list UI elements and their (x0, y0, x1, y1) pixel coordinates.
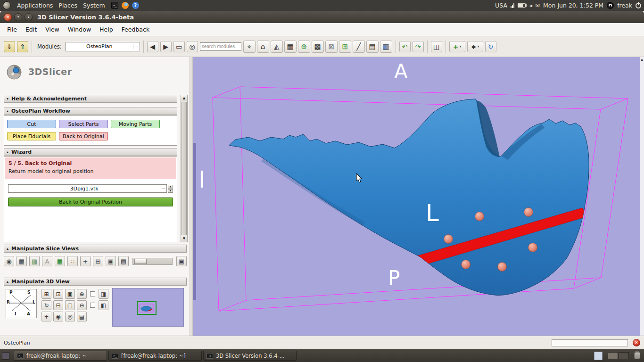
orientation-axes-widget[interactable]: P S R L I A (6, 289, 37, 318)
fiducial-marker[interactable] (498, 263, 507, 272)
select-parts-button[interactable]: Select Parts (59, 120, 108, 128)
home-module-icon[interactable]: ⌂ (257, 41, 269, 53)
window-titlebar[interactable]: × ▾ ▴ 3D Slicer Version 3.6.4-beta (0, 11, 644, 23)
scrollbar-thumb[interactable] (182, 102, 187, 235)
fiducial-marker[interactable] (475, 212, 484, 221)
menubar-item[interactable]: Edit (21, 24, 41, 35)
slice-grid-icon[interactable]: ∷ (67, 256, 78, 266)
module-search-input[interactable] (200, 42, 241, 51)
section-manipulate-3d-view[interactable]: ▴ Manipulate 3D View (4, 278, 187, 286)
ruler-checkbox[interactable] (90, 303, 95, 308)
background-color-icon[interactable]: ◧ (99, 300, 108, 310)
place-fiducials-button[interactable]: Place Fiducials (7, 132, 56, 140)
measurements-module-icon[interactable]: ▤ (366, 41, 379, 53)
spin-down-button[interactable]: ▼ (168, 189, 173, 193)
volume-icon[interactable]: ◄ (529, 3, 532, 8)
menubar-item[interactable]: View (41, 24, 64, 35)
record-view-icon[interactable]: ▣ (65, 289, 75, 299)
session-indicator-icon[interactable] (607, 2, 614, 9)
menubar-item[interactable]: Help (95, 24, 117, 35)
zoom-out-icon[interactable]: ⊖ (77, 300, 87, 310)
taskbar-window-button[interactable]: >_ freak@freak-laptop: ~ (14, 351, 107, 361)
load-scene-button[interactable]: ⇓ (4, 41, 15, 52)
sidebar-scrollbar[interactable]: ▲ ▼ (181, 95, 188, 242)
panel-menu-item[interactable]: Applications (14, 1, 56, 10)
slice-opacity-slider[interactable] (132, 258, 173, 265)
view3d-navigation-thumbnail[interactable] (112, 288, 184, 327)
combobox-indicator-icon[interactable]: — (133, 44, 140, 49)
cut-module-icon[interactable]: ⊠ (325, 41, 338, 53)
menubar-item[interactable]: Feedback (117, 24, 154, 35)
models-module-icon[interactable]: ◭ (271, 41, 283, 53)
power-icon[interactable] (636, 3, 641, 8)
save-scene-button[interactable]: ⇑ (17, 41, 28, 52)
editor-module-icon[interactable]: ▩ (312, 41, 324, 53)
volumes-module-icon[interactable]: ⊕ (298, 41, 310, 53)
spin-view-icon[interactable]: ↻ (41, 300, 51, 310)
workspace-2[interactable] (619, 352, 629, 359)
redo-button[interactable]: ↷ (413, 41, 424, 52)
window-list-icon[interactable] (2, 352, 9, 360)
back-to-original-button[interactable]: Back to Original (59, 132, 108, 140)
slice-visibility-icon[interactable]: ◉ (4, 256, 14, 266)
network-icon[interactable] (511, 3, 514, 8)
workspace-switcher[interactable] (608, 352, 629, 359)
transforms-module-icon[interactable]: ╱ (353, 41, 365, 53)
module-history-button[interactable]: ▭ (173, 41, 185, 52)
tray-icon[interactable] (594, 352, 603, 360)
section-manipulate-slice-views[interactable]: ▴ Manipulate Slice Views (4, 245, 187, 253)
scroll-up-icon[interactable]: ▲ (181, 95, 187, 101)
center-view-icon[interactable]: ⊞ (41, 289, 51, 299)
mail-icon[interactable]: ✉ (536, 2, 540, 8)
slice-fit-to-window-icon[interactable]: ▦ (17, 256, 27, 266)
select-tool-button[interactable]: ∗ ▾ (467, 41, 483, 52)
modules-combobox[interactable]: OsteoPlan — (66, 42, 140, 51)
fiducial-marker[interactable] (444, 235, 453, 244)
trash-icon[interactable] (634, 352, 640, 359)
status-close-button[interactable]: ✕ (633, 339, 640, 346)
terminal-launcher-icon[interactable]: >_ (111, 2, 118, 9)
taskbar-window-button[interactable]: >_ [freak@freak-laptop: ~] (108, 351, 202, 361)
back-to-original-position-button[interactable]: Back to Original Position (8, 197, 173, 206)
slider-thumb[interactable] (134, 259, 147, 264)
battery-icon[interactable] (518, 3, 526, 8)
magnifier-icon[interactable]: ◎ (65, 312, 75, 321)
section-wizard[interactable]: ▴ Wizard (4, 148, 177, 156)
section-help-acknowledgement[interactable]: ▾ Help & Acknowledgement (4, 95, 177, 103)
module-forward-button[interactable]: ▶ (160, 41, 172, 52)
section-osteoplan-workflow[interactable]: ▴ OsteoPlan Workflow (4, 107, 177, 115)
zoom-in-icon[interactable]: ⊕ (77, 289, 87, 299)
fiducial-tool-button[interactable]: + ▾ (449, 41, 465, 52)
scroll-down-icon[interactable]: ▼ (181, 236, 187, 242)
visibility-icon[interactable]: ◉ (53, 312, 63, 321)
slice-more-options-icon[interactable]: ▣ (176, 256, 187, 266)
cut-button[interactable]: Cut (7, 120, 56, 128)
combobox-indicator-icon[interactable]: — (160, 186, 166, 191)
fiducial-marker[interactable] (524, 208, 533, 217)
slice-link-views-icon[interactable]: ⊞ (93, 256, 103, 266)
model-select-combobox[interactable]: 3Dpig1.vtk — (8, 184, 167, 193)
view-3d[interactable]: A L P I (193, 57, 640, 336)
slice-screenshot-icon[interactable]: ▤ (118, 256, 129, 266)
panel-menu-item[interactable]: System (80, 1, 108, 10)
workspace-1[interactable] (608, 352, 618, 359)
axes-labels-icon[interactable]: + (41, 312, 51, 321)
viewport-scrollbar[interactable]: ▲ (640, 57, 644, 336)
spin-up-button[interactable]: ▲ (168, 185, 173, 189)
colors-module-icon[interactable]: ▥ (380, 41, 392, 53)
refresh-button[interactable]: ↻ (485, 41, 496, 52)
roll-view-icon[interactable]: ⊟ (53, 300, 63, 310)
undo-button[interactable]: ↶ (399, 41, 411, 52)
keyboard-indicator[interactable]: USA (495, 2, 507, 9)
window-maximize-button[interactable]: ▴ (25, 13, 33, 21)
slice-label-opacity-icon[interactable]: ▥ (29, 256, 40, 266)
window-close-button[interactable]: × (4, 13, 12, 21)
clock[interactable]: Mon Jun 20, 1:52 PM (543, 2, 603, 9)
menubar-item[interactable]: Window (64, 24, 95, 35)
slice-layer-visibility-icon[interactable]: ▣ (106, 256, 116, 266)
distributor-logo-icon[interactable] (3, 1, 11, 9)
slice-crosshair-icon[interactable]: + (80, 256, 91, 266)
export-view-icon[interactable]: ▤ (77, 312, 87, 321)
fiducial-marker[interactable] (528, 243, 537, 252)
search-modules-icon[interactable]: ⌖ (243, 41, 256, 53)
